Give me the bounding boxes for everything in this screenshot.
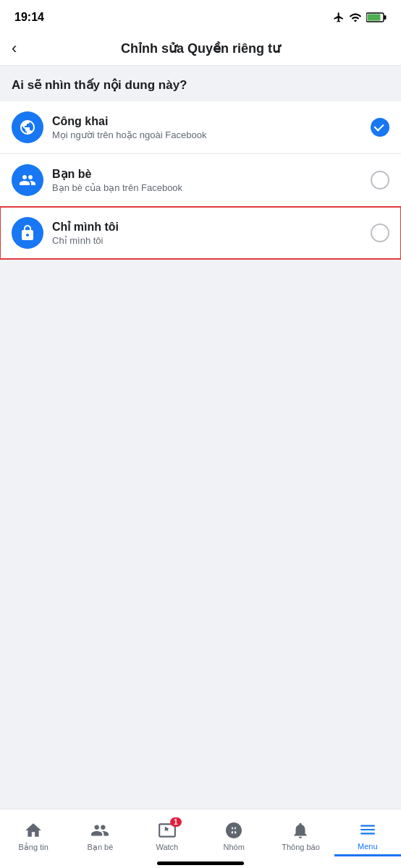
- nav-item-home[interactable]: Bảng tin: [0, 809, 67, 856]
- option-text-friends: Bạn bè Bạn bè của bạn trên Facebook: [52, 167, 371, 193]
- option-icon-friends: [12, 164, 43, 196]
- menu-icon: [358, 820, 377, 839]
- nav-item-groups[interactable]: Nhóm: [200, 809, 267, 856]
- option-subtitle-friends: Bạn bè của bạn trên Facebook: [52, 182, 371, 193]
- watch-badge: 1: [170, 817, 182, 827]
- page-title: Chỉnh sửa Quyền riêng tư: [121, 41, 280, 56]
- nav-icon-groups: [224, 820, 244, 841]
- status-time: 19:14: [14, 11, 44, 24]
- gray-space: [0, 259, 401, 693]
- home-bar: [157, 861, 244, 865]
- friends-nav-icon: [90, 821, 109, 840]
- option-text-public: Công khai Mọi người trên hoặc ngoài Face…: [52, 115, 371, 140]
- nav-label-notifications: Thông báo: [282, 843, 320, 851]
- option-icon-only-me: [12, 217, 43, 249]
- nav-item-menu[interactable]: Menu: [334, 809, 401, 856]
- groups-icon: [224, 821, 243, 840]
- option-title-friends: Bạn bè: [52, 167, 371, 181]
- header: ‹ Chỉnh sửa Quyền riêng tư: [0, 32, 401, 66]
- battery-icon: [366, 12, 387, 22]
- option-radio-public[interactable]: [371, 118, 389, 137]
- nav-icon-watch: 1: [157, 820, 177, 841]
- bell-icon: [291, 821, 310, 840]
- wifi-icon: [349, 12, 362, 23]
- nav-icon-notifications: [290, 820, 311, 841]
- status-bar: 19:14: [0, 0, 401, 32]
- globe-icon: [19, 119, 36, 136]
- nav-item-notifications[interactable]: Thông báo: [267, 809, 334, 856]
- option-text-only-me: Chỉ mình tôi Chỉ mình tôi: [52, 220, 371, 246]
- nav-item-friends[interactable]: Bạn bè: [67, 809, 133, 856]
- svg-rect-2: [384, 15, 387, 20]
- nav-label-home: Bảng tin: [19, 843, 48, 852]
- option-icon-public: [12, 111, 43, 143]
- nav-label-menu: Menu: [358, 842, 378, 851]
- option-subtitle-only-me: Chỉ mình tôi: [52, 235, 371, 246]
- nav-label-groups: Nhóm: [223, 843, 244, 851]
- option-list: Công khai Mọi người trên hoặc ngoài Face…: [0, 101, 401, 259]
- option-title-public: Công khai: [52, 115, 371, 128]
- svg-rect-1: [368, 14, 381, 21]
- option-title-only-me: Chỉ mình tôi: [52, 220, 371, 234]
- friends-icon: [19, 171, 36, 189]
- option-friends[interactable]: Bạn bè Bạn bè của bạn trên Facebook: [0, 154, 401, 207]
- option-radio-friends[interactable]: [371, 171, 389, 190]
- status-icons: [333, 12, 387, 23]
- nav-icon-menu: [358, 820, 378, 840]
- option-only-me[interactable]: Chỉ mình tôi Chỉ mình tôi: [0, 207, 401, 259]
- section-heading-text: Ai sẽ nhìn thấy nội dung này?: [12, 78, 187, 92]
- bottom-nav: Bảng tin Bạn bè 1 Watch Nh: [0, 809, 401, 868]
- content-area: Ai sẽ nhìn thấy nội dung này? Công khai …: [0, 66, 401, 693]
- option-public[interactable]: Công khai Mọi người trên hoặc ngoài Face…: [0, 101, 401, 154]
- nav-icon-friends: [90, 820, 110, 841]
- option-subtitle-public: Mọi người trên hoặc ngoài Facebook: [52, 129, 371, 140]
- airplane-icon: [333, 12, 345, 23]
- section-heading: Ai sẽ nhìn thấy nội dung này?: [0, 66, 401, 101]
- back-button[interactable]: ‹: [12, 39, 17, 58]
- nav-icon-home: [23, 820, 43, 841]
- nav-item-watch[interactable]: 1 Watch: [134, 809, 200, 856]
- home-icon: [24, 821, 43, 840]
- lock-icon: [19, 224, 36, 242]
- nav-label-watch: Watch: [156, 843, 178, 851]
- option-radio-only-me[interactable]: [371, 224, 389, 242]
- nav-label-friends: Bạn bè: [88, 843, 114, 852]
